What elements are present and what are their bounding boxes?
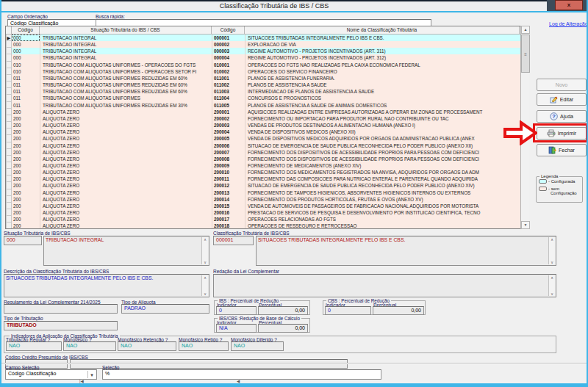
table-row[interactable]: 200ALIQUOTA ZERO200017OPERACOES RELACION… bbox=[6, 216, 528, 223]
unconfigured-swatch bbox=[539, 187, 547, 191]
redacao-text-area[interactable]: ∧∨ bbox=[213, 274, 556, 297]
table-row[interactable]: 200ALIQUOTA ZERO200018OPERACOES DE RESSE… bbox=[6, 223, 528, 228]
cell-situacao: TRIBUTACAO COM ALIQUOTAS UNIFORMES - OPE… bbox=[40, 68, 212, 75]
scrollbar-thumb[interactable]: ≡ bbox=[521, 35, 530, 73]
cell-nome: FORNECIMENTO DOS MEDICAMENTOS REGISTRADO… bbox=[245, 169, 528, 176]
scroll-down-icon[interactable]: ∨ bbox=[202, 292, 208, 296]
log-alteracao-link[interactable]: Log de Alteração bbox=[549, 21, 588, 26]
ind-regular-field[interactable]: NAO bbox=[6, 341, 62, 351]
tipo-tributacao-field[interactable]: TRIBUTADO bbox=[4, 321, 118, 330]
cell-codigo-classificacao: 200007 bbox=[212, 149, 245, 156]
configured-swatch bbox=[539, 179, 547, 184]
grid-vertical-scrollbar[interactable]: ▲ ≡ ▼ bbox=[520, 26, 529, 229]
ajuda-button[interactable]: ? Ajuda bbox=[537, 110, 587, 123]
scroll-down-icon[interactable]: ▼ bbox=[521, 221, 530, 229]
cbs-percentual-field[interactable]: 0,00 bbox=[373, 306, 424, 315]
table-row[interactable]: 200ALIQUOTA ZERO200006SITUACAO DE EMERGE… bbox=[6, 142, 528, 149]
classificacao-text-area[interactable]: SITUACOES TRIBUTADAS INTEGRALMENTE PELO … bbox=[256, 236, 556, 266]
table-row[interactable]: 200ALIQUOTA ZERO200014FORNECIMENTO DOS P… bbox=[6, 196, 528, 203]
ind-diferido-field[interactable]: NAO bbox=[231, 341, 284, 351]
cell-codigo-situacao: 200 bbox=[12, 122, 40, 129]
table-row[interactable]: 200ALIQUOTA ZERO200001AQUISICOES REALIZA… bbox=[6, 109, 528, 115]
cbs-indicador-field[interactable]: 0 bbox=[325, 306, 371, 315]
table-row[interactable]: 011TRIBUTACAO COM ALIQUOTAS UNIFORMES RE… bbox=[6, 75, 528, 82]
close-button[interactable]: x bbox=[555, 0, 583, 10]
pencil-icon bbox=[550, 95, 558, 104]
situacao-text-area[interactable]: TRIBUTACAO INTEGRAL ∧∨ bbox=[43, 236, 209, 266]
legend-unconfigured-label1: - sem bbox=[548, 187, 559, 191]
ind-monofasico-field[interactable]: NAO bbox=[63, 341, 116, 351]
regulamento-field[interactable] bbox=[4, 304, 118, 314]
cell-codigo-classificacao: 200012 bbox=[212, 182, 245, 189]
cell-codigo-situacao: 200 bbox=[12, 176, 40, 182]
table-row[interactable]: 011TRIBUTACAO COM ALIQUOTAS UNIFORMES RE… bbox=[6, 82, 528, 88]
table-row[interactable]: 011TRIBUTACAO COM ALIQUOTAS UNIFORMES011… bbox=[6, 95, 528, 101]
table-row[interactable]: 200ALIQUOTA ZERO200004VENDA DE DISPOSITI… bbox=[6, 129, 528, 135]
campo-selecao-select[interactable]: Código Classificação ▾ bbox=[5, 369, 97, 380]
table-row[interactable]: 200ALIQUOTA ZERO200011FORNECIMENTO DAS C… bbox=[6, 176, 528, 182]
descricao-label: Descrição da Classificação Tributária do… bbox=[4, 269, 109, 274]
table-row[interactable]: 200ALIQUOTA ZERO200016PRESTACAO DE SERVI… bbox=[6, 209, 528, 216]
cell-situacao: ALIQUOTA ZERO bbox=[40, 176, 212, 182]
row-selector-gutter bbox=[6, 216, 12, 223]
cell-codigo-situacao: 200 bbox=[12, 203, 40, 209]
classification-grid: Código Situação Tributária do IBS / CBS … bbox=[5, 26, 529, 229]
grid-header: Código Situação Tributária do IBS / CBS … bbox=[6, 26, 528, 35]
table-row[interactable]: 010TRIBUTACAO COM ALIQUOTAS UNIFORMES - … bbox=[6, 68, 528, 75]
tipo-aliquota-field[interactable]: PADRAO bbox=[121, 304, 209, 314]
scroll-up-icon[interactable]: ▲ bbox=[521, 26, 530, 34]
scroll-down-icon[interactable]: ∨ bbox=[202, 260, 208, 264]
table-row[interactable]: 200ALIQUOTA ZERO200012SITUACAO DE EMERGE… bbox=[6, 182, 528, 189]
table-row[interactable]: 000TRIBUTACAO INTEGRAL000004REGIME AUTOM… bbox=[6, 54, 528, 61]
ibs-indicador-field[interactable]: 0 bbox=[216, 306, 257, 315]
fechar-button[interactable]: Fechar bbox=[537, 144, 587, 156]
cell-codigo-situacao: 200 bbox=[12, 109, 40, 115]
table-row[interactable]: ▶000TRIBUTACAO INTEGRAL000001SITUACOES T… bbox=[6, 35, 528, 41]
indicadores-group: Indicadores da Aplicação da Classificaçã… bbox=[4, 336, 556, 353]
redacao-scrollbar[interactable]: ∧∨ bbox=[548, 275, 555, 296]
cell-nome: FORNECIMENTO DAS COMPOSICOES PARA NUTRIC… bbox=[245, 176, 528, 182]
grid-body: ▶000TRIBUTACAO INTEGRAL000001SITUACOES T… bbox=[6, 35, 528, 228]
scroll-up-icon[interactable]: ∧ bbox=[202, 237, 208, 242]
classificacao-scrollbar[interactable]: ∧∨ bbox=[548, 237, 555, 264]
selecao-input[interactable]: % bbox=[102, 369, 381, 380]
cell-situacao: ALIQUOTA ZERO bbox=[40, 129, 212, 135]
table-row[interactable]: 010TRIBUTACAO COM ALIQUOTAS UNIFORMES - … bbox=[6, 62, 528, 68]
table-row[interactable]: 200ALIQUOTA ZERO200015VENDA DE AUTOMOVEI… bbox=[6, 203, 528, 209]
table-row[interactable]: 200ALIQUOTA ZERO200003VENDAS DE PRODUTOS… bbox=[6, 122, 528, 129]
scroll-up-icon[interactable]: ∧ bbox=[202, 275, 208, 280]
descricao-scrollbar[interactable]: ∧∨ bbox=[201, 275, 208, 296]
cell-situacao: ALIQUOTA ZERO bbox=[40, 203, 212, 209]
scroll-up-icon[interactable]: ∧ bbox=[549, 237, 555, 242]
classificacao-code-field[interactable]: 000001 bbox=[213, 236, 254, 245]
table-row[interactable]: 200ALIQUOTA ZERO200007FORNECIMENTO DOS D… bbox=[6, 149, 528, 156]
scroll-down-icon[interactable]: ∨ bbox=[549, 260, 555, 264]
situacao-scrollbar[interactable]: ∧∨ bbox=[201, 237, 208, 264]
base-calculo-group: IBS/CBS :Redução de Base de Cálculo Indi… bbox=[214, 318, 310, 333]
table-row[interactable]: 200ALIQUOTA ZERO200008FORNECIMENTO DOS D… bbox=[6, 156, 528, 162]
cell-situacao: TRIBUTACAO COM ALIQUOTAS UNIFORMES REDUZ… bbox=[40, 88, 212, 95]
table-row[interactable]: 200ALIQUOTA ZERO200005VENDA DE DISPOSITI… bbox=[6, 135, 528, 142]
situacao-code-field[interactable]: 000 bbox=[4, 236, 42, 245]
editar-button[interactable]: Editar bbox=[537, 93, 587, 106]
base-indicador-field[interactable]: N/A bbox=[216, 324, 257, 333]
table-row[interactable]: 200ALIQUOTA ZERO200010FORNECIMENTO DOS M… bbox=[6, 169, 528, 176]
legend-unconfigured-row: - sem Configuração bbox=[539, 187, 582, 196]
table-row[interactable]: 200ALIQUOTA ZERO200009FORNECIMENTO DE ME… bbox=[6, 162, 528, 169]
table-row[interactable]: 000TRIBUTACAO INTEGRAL000003REGIME AUTOM… bbox=[6, 48, 528, 54]
base-percentual-field[interactable]: 0,00 bbox=[258, 324, 308, 333]
table-row[interactable]: 011TRIBUTACAO COM ALIQUOTAS UNIFORMES RE… bbox=[6, 102, 528, 109]
cell-nome: EXPLORACAO DE VIA bbox=[245, 41, 528, 48]
scroll-up-icon[interactable]: ∧ bbox=[549, 275, 555, 280]
ibs-percentual-field[interactable]: 0,00 bbox=[258, 306, 308, 315]
table-row[interactable]: 200ALIQUOTA ZERO200013FORNECIMENTO DE TA… bbox=[6, 189, 528, 196]
ind-retido-field[interactable]: NAO bbox=[179, 341, 229, 351]
descricao-text-area[interactable]: SITUACOES TRIBUTADAS INTEGRALMENTE PELO … bbox=[4, 274, 209, 297]
novo-button[interactable]: Novo bbox=[537, 79, 587, 91]
table-row[interactable]: 011TRIBUTACAO COM ALIQUOTAS UNIFORMES RE… bbox=[6, 88, 528, 95]
table-row[interactable]: 000TRIBUTACAO INTEGRAL000002EXPLORACAO D… bbox=[6, 41, 528, 48]
ind-retencao-field[interactable]: NAO bbox=[118, 341, 176, 351]
table-row[interactable]: 200ALIQUOTA ZERO200002FORNECIMENTO OU IM… bbox=[6, 115, 528, 122]
imprimir-button[interactable]: Imprimir bbox=[537, 127, 587, 140]
scroll-down-icon[interactable]: ∨ bbox=[549, 292, 555, 296]
